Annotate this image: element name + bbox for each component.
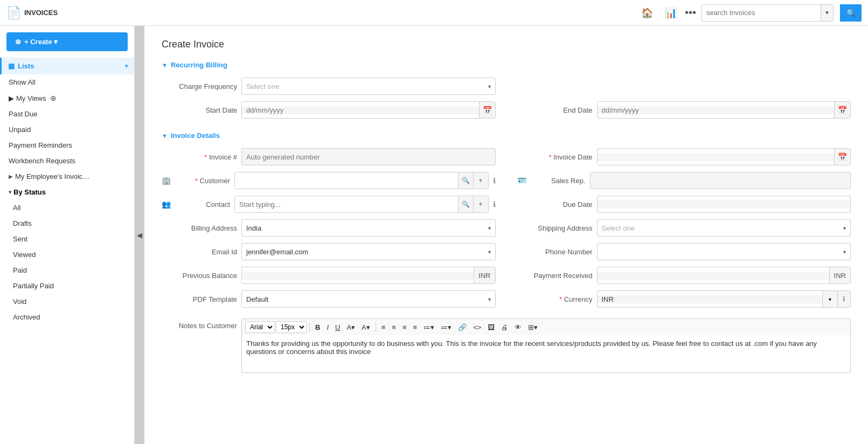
font-color-button[interactable]: A▾ [344, 322, 358, 332]
search-input[interactable] [702, 9, 821, 17]
end-date-input[interactable] [598, 106, 835, 114]
underline-button[interactable]: U [332, 322, 343, 332]
sidebar-item-drafts[interactable]: Drafts [0, 216, 134, 231]
start-date-calendar-button[interactable]: 📅 [479, 102, 495, 118]
ordered-list-button[interactable]: ≔▾ [438, 322, 454, 332]
previous-balance-label: Previous Balance [162, 272, 237, 280]
invoice-details-section: ▼ Invoice Details Invoice # Invoice Date… [162, 131, 851, 373]
billing-address-value: India [246, 224, 261, 232]
notes-label: Notes to Customer [162, 318, 237, 330]
phone-select[interactable]: ▾ [597, 243, 851, 260]
customer-search-button[interactable]: 🔍 [458, 172, 473, 189]
home-button[interactable]: 🏠 [637, 3, 657, 23]
currency-caret-button[interactable]: ▾ [822, 291, 837, 307]
customer-input-wrapper: Jennifer 🔍 + [234, 172, 489, 189]
page-title: Create Invoice [162, 39, 851, 50]
contact-input[interactable] [235, 200, 458, 209]
font-size-select[interactable]: 15px [276, 321, 307, 333]
invoice-date-input[interactable]: 02/01/2021 [598, 153, 835, 161]
start-date-label: Start Date [162, 106, 237, 114]
sidebar-collapse-handle[interactable]: ◀ [135, 26, 144, 444]
sidebar-item-workbench-requests[interactable]: Workbench Requests [0, 153, 134, 169]
contact-row: 👥 Contact 🔍 + ℹ [162, 196, 496, 213]
invoice-date-calendar-button[interactable]: 📅 [834, 149, 850, 165]
customer-input[interactable]: Jennifer [235, 177, 458, 185]
invoice-details-header[interactable]: ▼ Invoice Details [162, 131, 851, 140]
currency-info-button[interactable]: ℹ [837, 291, 850, 307]
contact-label: Contact [176, 200, 230, 209]
shipping-address-placeholder: Select one [602, 224, 635, 232]
shipping-address-select[interactable]: Select one ▾ [597, 219, 851, 237]
sidebar-item-my-employees[interactable]: ▶ My Employee's Invoic… [0, 169, 134, 184]
justify-button[interactable]: ≡ [411, 322, 420, 332]
sidebar-item-my-views[interactable]: ▶ My Views ⊕ [0, 90, 134, 106]
invoice-details-title: Invoice Details [171, 131, 220, 140]
empty-cell-1 [517, 78, 851, 95]
phone-caret: ▾ [843, 249, 846, 255]
pdf-template-select[interactable]: Default ▾ [241, 290, 496, 308]
start-date-input-wrapper: 📅 [241, 101, 496, 119]
charge-frequency-label: Charge Frequency [162, 82, 237, 91]
sidebar-item-unpaid[interactable]: Unpaid [0, 122, 134, 137]
sidebar-item-archived[interactable]: Archived [0, 309, 134, 325]
table-button[interactable]: ⊞▾ [525, 322, 540, 332]
sales-rep-icon: 🪪 [517, 176, 526, 185]
end-date-input-wrapper: 📅 [597, 101, 851, 119]
customer-add-button[interactable]: + [473, 172, 488, 189]
charge-frequency-select[interactable]: Select one ▾ [241, 78, 496, 95]
italic-button[interactable]: I [324, 322, 331, 332]
align-center-button[interactable]: ≡ [389, 322, 399, 332]
code-button[interactable]: <> [470, 322, 484, 332]
start-date-row: Start Date 📅 [162, 101, 496, 119]
recurring-billing-header[interactable]: ▼ Recurring Billing [162, 61, 851, 69]
charge-frequency-placeholder: Select one [246, 82, 279, 91]
unordered-list-button[interactable]: ≔▾ [421, 322, 437, 332]
sidebar-lists-header[interactable]: ▦ Lists ▾ [0, 58, 134, 74]
due-date-input[interactable]: 02/01/2021 [598, 200, 851, 209]
search-dropdown-button[interactable]: ▼ [821, 5, 833, 21]
chart-button[interactable]: 📊 [661, 3, 680, 23]
sidebar-item-past-due[interactable]: Past Due [0, 106, 134, 122]
billing-address-select[interactable]: India ▾ [241, 219, 496, 237]
sidebar-item-paid[interactable]: Paid [0, 262, 134, 278]
search-wrapper: ▼ [702, 4, 834, 22]
image-button[interactable]: 🖼 [485, 322, 497, 332]
print-button[interactable]: 🖨 [498, 322, 511, 332]
invoice-details-grid: Invoice # Invoice Date 02/01/2021 📅 🏢 Cu… [162, 148, 851, 308]
notes-content[interactable]: Thanks for providing us the opportunity … [241, 335, 851, 373]
invoice-details-chevron: ▼ [162, 133, 168, 139]
sidebar-item-payment-reminders[interactable]: Payment Reminders [0, 137, 134, 153]
bold-button[interactable]: B [313, 322, 323, 332]
align-right-button[interactable]: ≡ [400, 322, 409, 332]
contact-search-button[interactable]: 🔍 [458, 196, 473, 212]
main-layout: ⊕ + Create ▾ ▦ Lists ▾ Show All ▶ My Vie… [0, 26, 868, 444]
sidebar-item-void[interactable]: Void [0, 294, 134, 309]
customer-info-icon[interactable]: ℹ [493, 176, 496, 185]
sidebar-item-partially-paid[interactable]: Partially Paid [0, 278, 134, 294]
shipping-address-caret: ▾ [843, 225, 846, 231]
sidebar-item-all[interactable]: All [0, 200, 134, 216]
lists-grid-icon: ▦ [8, 62, 15, 70]
start-date-input[interactable] [242, 106, 479, 114]
link-button[interactable]: 🔗 [455, 322, 469, 332]
preview-button[interactable]: 👁 [512, 322, 524, 332]
align-left-button[interactable]: ≡ [379, 322, 388, 332]
topbar-icons: 🏠 📊 ••• [637, 3, 696, 23]
sidebar-by-status-header[interactable]: ▾ By Status [0, 184, 134, 200]
font-family-select[interactable]: Arial [245, 321, 275, 333]
sidebar-item-viewed[interactable]: Viewed [0, 247, 134, 262]
contact-add-button[interactable]: + [473, 196, 488, 212]
currency-select[interactable]: INR ▾ ℹ [597, 290, 851, 308]
create-button[interactable]: ⊕ + Create ▾ [6, 32, 128, 51]
notes-row: Notes to Customer Arial 15px B I U A▾ [162, 318, 851, 373]
charge-frequency-caret: ▾ [488, 84, 491, 89]
highlight-button[interactable]: A▾ [359, 322, 373, 332]
more-options[interactable]: ••• [685, 6, 696, 19]
contact-info-icon[interactable]: ℹ [493, 200, 496, 209]
sidebar-item-sent[interactable]: Sent [0, 231, 134, 247]
search-go-button[interactable]: 🔍 [840, 4, 862, 22]
sidebar-item-show-all[interactable]: Show All [0, 74, 134, 90]
end-date-calendar-button[interactable]: 📅 [834, 102, 850, 118]
charge-frequency-row: Charge Frequency Select one ▾ [162, 78, 496, 95]
email-select[interactable]: jennifer@email.com ▾ [241, 243, 496, 260]
